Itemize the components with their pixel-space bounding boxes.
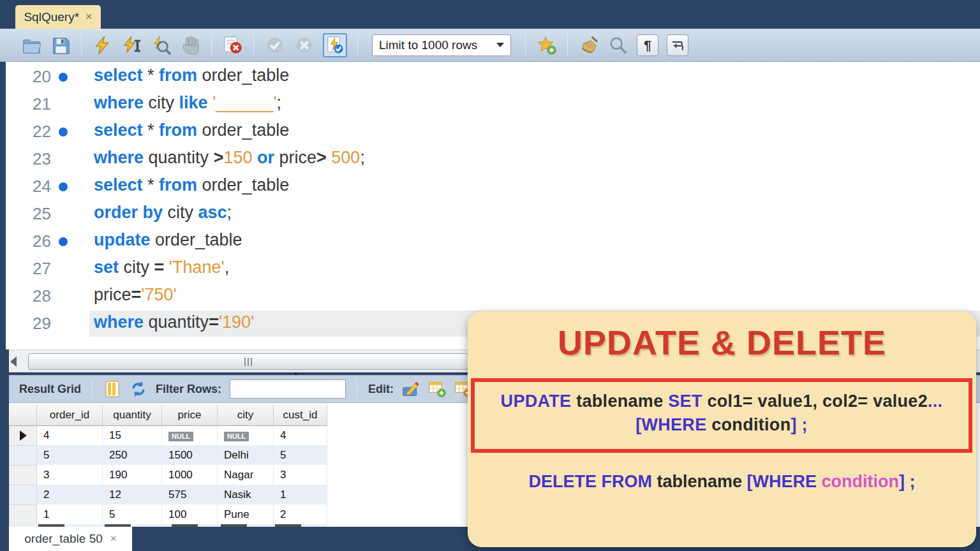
- line-number: 26: [0, 231, 51, 251]
- table-cell[interactable]: 2: [274, 504, 327, 524]
- toolbar-separator: [525, 35, 526, 55]
- column-header-quantity[interactable]: quantity: [103, 405, 162, 425]
- refresh-icon[interactable]: [130, 380, 147, 398]
- token: from: [159, 121, 197, 140]
- table-row[interactable]: 52501500Delhi5: [10, 445, 327, 465]
- table-cell[interactable]: 15: [103, 425, 162, 445]
- table-cell[interactable]: 5: [37, 445, 103, 465]
- row-marker-cell: [10, 445, 37, 465]
- table-cell[interactable]: 2: [37, 485, 103, 504]
- table-cell[interactable]: 5: [274, 445, 327, 465]
- open-file-icon[interactable]: [20, 34, 41, 55]
- tab-sqlquery[interactable]: SqlQuery* ×: [15, 5, 101, 29]
- table-cell[interactable]: Delhi: [218, 445, 274, 465]
- token: [164, 258, 169, 277]
- token: update: [94, 230, 151, 249]
- code-line[interactable]: 23where quantity >150 or price> 500;: [0, 145, 980, 173]
- code-text: select * from order_table: [94, 121, 289, 140]
- scrollbar-thumb[interactable]: [28, 353, 468, 370]
- table-cell[interactable]: 1: [274, 485, 327, 504]
- token: where: [94, 93, 144, 112]
- table-cell[interactable]: 3: [37, 465, 103, 485]
- add-snippet-icon[interactable]: [536, 34, 557, 55]
- code-text: set city = 'Thane',: [94, 258, 229, 277]
- code-text: where quantity='190': [94, 312, 254, 332]
- toggle-invisibles-button[interactable]: ¶: [637, 34, 658, 56]
- sql-editor[interactable]: 20select * from order_table21where city …: [0, 62, 980, 349]
- code-line[interactable]: 20select * from order_table: [0, 63, 980, 91]
- token: like: [179, 93, 208, 112]
- token: asc: [198, 203, 227, 222]
- table-cell[interactable]: Pune: [218, 504, 274, 524]
- table-cell[interactable]: Nasik: [218, 485, 274, 504]
- row-marker-header: [10, 405, 37, 425]
- filter-rows-input[interactable]: [230, 379, 346, 399]
- find-icon[interactable]: [607, 34, 628, 55]
- code-line[interactable]: 22select * from order_table: [0, 118, 980, 145]
- table-cell[interactable]: 1000: [162, 465, 218, 485]
- table-cell[interactable]: 4: [37, 425, 103, 445]
- add-row-icon[interactable]: [428, 380, 446, 398]
- table-cell[interactable]: 1: [37, 504, 103, 524]
- table-cell[interactable]: 100: [162, 504, 218, 524]
- tab-close-icon[interactable]: ×: [85, 10, 93, 24]
- explain-query-icon[interactable]: [151, 34, 172, 55]
- beautify-query-icon[interactable]: [578, 34, 599, 55]
- rollback-icon: [293, 34, 315, 55]
- table-cell[interactable]: Nagar: [218, 465, 274, 485]
- token: '190': [219, 312, 254, 332]
- column-header-order_id[interactable]: order_id: [37, 405, 103, 425]
- table-cell[interactable]: 3: [274, 465, 327, 485]
- table-cell[interactable]: 250: [103, 445, 162, 465]
- token: select: [94, 121, 143, 140]
- code-line[interactable]: 24select * from order_table: [0, 173, 980, 200]
- code-line[interactable]: 28price='750': [0, 283, 980, 310]
- table-cell[interactable]: NULL: [162, 425, 218, 445]
- code-line[interactable]: 25order by city asc;: [0, 200, 980, 228]
- toggle-autocommit-icon[interactable]: [323, 33, 347, 57]
- token: [WHERE: [635, 415, 706, 434]
- statement-marker-icon: [59, 182, 68, 191]
- token: quantity: [144, 148, 214, 167]
- stop-on-error-icon[interactable]: [222, 34, 243, 55]
- table-row[interactable]: 15100Pune2: [10, 504, 327, 524]
- tab-close-icon[interactable]: ×: [110, 533, 117, 545]
- tab-order-table[interactable]: order_table 50 ×: [9, 527, 132, 551]
- edit-record-icon[interactable]: [402, 380, 420, 398]
- code-text: update order_table: [94, 230, 242, 250]
- column-header-city[interactable]: city: [218, 405, 274, 425]
- line-number: 22: [0, 122, 51, 142]
- execute-current-statement-icon[interactable]: [121, 34, 142, 55]
- token: or: [257, 148, 274, 167]
- table-cell[interactable]: 4: [274, 425, 327, 445]
- line-number: 23: [0, 149, 51, 169]
- word-wrap-icon: [670, 38, 685, 53]
- table-cell[interactable]: 1500: [162, 445, 218, 465]
- toggle-word-wrap-button[interactable]: [667, 34, 688, 56]
- statement-marker-icon: [59, 73, 68, 82]
- limit-rows-dropdown[interactable]: Limit to 1000 rows: [372, 34, 511, 56]
- token: ;: [277, 93, 282, 112]
- token: >: [214, 148, 224, 167]
- code-line[interactable]: 21where city like '______';: [0, 91, 980, 118]
- execute-statement-icon[interactable]: [92, 34, 113, 55]
- scroll-left-arrow-icon[interactable]: [10, 356, 17, 367]
- column-header-cust_id[interactable]: cust_id: [274, 405, 327, 425]
- update-syntax-line1: UPDATE tablename SET col1= value1, col2=…: [475, 392, 969, 411]
- table-cell[interactable]: 5: [103, 504, 162, 524]
- table-row[interactable]: 212575Nasik1: [10, 485, 327, 504]
- table-cell[interactable]: 190: [103, 465, 162, 485]
- limit-rows-value: Limit to 1000 rows: [379, 38, 496, 52]
- code-line[interactable]: 27set city = 'Thane',: [0, 255, 980, 283]
- table-row[interactable]: 31901000Nagar3: [10, 465, 327, 485]
- save-icon[interactable]: [50, 34, 71, 55]
- table-cell[interactable]: NULL: [218, 425, 274, 445]
- grid-view-icon[interactable]: [103, 380, 121, 398]
- code-line[interactable]: 26update order_table: [0, 228, 980, 255]
- table-cell[interactable]: 575: [162, 485, 218, 504]
- pilcrow-icon: ¶: [644, 38, 651, 53]
- table-row[interactable]: 415NULLNULL4: [10, 425, 327, 445]
- stop-query-hand-icon: [180, 34, 201, 55]
- table-cell[interactable]: 12: [103, 485, 162, 504]
- column-header-price[interactable]: price: [162, 405, 218, 425]
